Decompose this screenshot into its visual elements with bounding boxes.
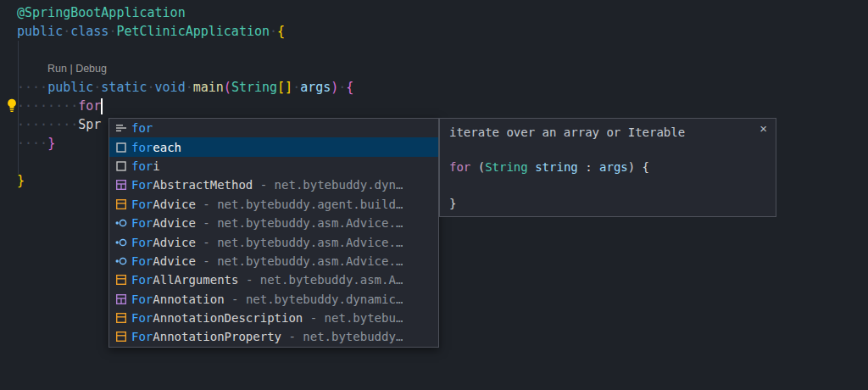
suggest-item[interactable]: ForAnnotationDescription - net.bytebu…	[109, 309, 438, 327]
code-token: for	[78, 98, 101, 114]
suggest-item[interactable]: foreach	[109, 137, 438, 156]
suggest-item[interactable]: ForAdvice - net.bytebuddy.asm.Advice.…	[109, 232, 438, 251]
code-token: void	[155, 80, 186, 95]
code-token: ·	[270, 24, 277, 39]
snippet-icon	[114, 141, 129, 154]
docs-code-close: }	[449, 197, 456, 210]
interface-icon	[114, 254, 129, 268]
suggest-item-detail: - net.bytebuddy.asm.Advice.…	[196, 254, 403, 268]
code-token: args	[599, 160, 628, 174]
code-token: }	[47, 136, 55, 151]
code-token: ····	[17, 136, 47, 151]
annotation-icon	[114, 292, 129, 306]
codelens-debug-link[interactable]: Debug	[75, 63, 107, 75]
suggest-item-label: ForAnnotation	[131, 292, 225, 306]
interface-icon	[114, 216, 129, 230]
code-token: String	[485, 160, 528, 174]
suggest-item-label: ForAnnotationProperty	[131, 330, 281, 343]
code-line-class-declaration[interactable]: public·class·PetClinicApplication·{	[17, 22, 285, 41]
suggest-item[interactable]: ForAbstractMethod - net.bytebuddy.dyn…	[109, 176, 438, 194]
suggest-item-label: foreach	[131, 141, 181, 154]
suggest-item[interactable]: ForAdvice - net.bytebuddy.asm.Advice.…	[109, 214, 438, 232]
codelens-separator: |	[67, 63, 75, 75]
code-token: :	[578, 160, 599, 174]
code-line-spring[interactable]: ········Spr	[17, 115, 101, 134]
code-token: main	[193, 80, 224, 95]
code-token: {	[277, 24, 285, 39]
suggest-widget: forforeachforiForAbstractMethod - net.by…	[108, 118, 439, 348]
code-token: }	[17, 173, 25, 188]
suggest-item-detail: - net.bytebuddy.dyn…	[253, 178, 403, 192]
code-token: ·	[186, 80, 193, 95]
codelens-run-link[interactable]: Run	[47, 63, 67, 75]
suggest-item-detail: - net.bytebuddy.agent.build…	[196, 198, 403, 211]
code-line-main-declaration[interactable]: ····public·static·void·main(String[]·arg…	[17, 78, 353, 97]
suggest-item[interactable]: for	[109, 119, 438, 137]
code-token: ·	[93, 80, 101, 95]
suggest-item-detail: - net.bytebuddy.dynamic…	[225, 292, 403, 306]
codelens: Run | Debug	[47, 61, 107, 76]
code-token: Spr	[78, 117, 101, 132]
interface-icon	[114, 236, 129, 249]
class-icon	[114, 198, 129, 211]
code-token: []	[277, 80, 292, 95]
suggest-docs-panel: iterate over an array or Iterable × for …	[439, 118, 776, 217]
code-token: string	[535, 160, 578, 174]
suggest-item-label: ForAllArguments	[131, 273, 238, 287]
code-token: ········	[17, 117, 78, 132]
code-token: }	[449, 197, 456, 210]
code-line-annotation[interactable]: @SpringBootApplication	[17, 3, 186, 22]
suggest-item-label: for	[131, 121, 153, 135]
annotation-icon	[114, 178, 129, 192]
suggest-item[interactable]: ForAnnotationProperty - net.bytebuddy…	[109, 327, 438, 346]
class-icon	[114, 273, 129, 287]
code-token: @SpringBootApplication	[17, 5, 186, 20]
code-token: ·	[292, 80, 300, 95]
code-token: static	[101, 80, 147, 95]
code-token: ·	[338, 80, 346, 95]
suggest-item[interactable]: ForAdvice - net.bytebuddy.asm.Advice.…	[109, 252, 438, 270]
class-icon	[114, 330, 129, 343]
suggest-item-label: fori	[131, 159, 160, 173]
suggest-item-detail: - net.bytebuddy.asm.Advice.…	[196, 216, 403, 230]
suggest-item-detail: - net.bytebuddy.asm.A…	[238, 273, 403, 287]
code-token: PetClinicApplication	[116, 24, 270, 39]
code-token: ········	[17, 98, 78, 114]
code-token: public	[47, 80, 93, 95]
code-token: ·	[63, 24, 70, 39]
text-cursor	[101, 98, 103, 114]
code-token: for	[449, 160, 470, 174]
code-token	[528, 160, 535, 174]
class-icon	[114, 311, 129, 325]
code-token: {	[346, 80, 353, 95]
suggest-item-label: ForAdvice	[131, 216, 196, 230]
keyword-icon	[114, 121, 129, 135]
docs-summary: iterate over an array or Iterable	[449, 125, 685, 139]
suggest-item-detail: - net.bytebuddy…	[281, 330, 403, 343]
suggest-item[interactable]: ForAllArguments - net.bytebuddy.asm.A…	[109, 270, 438, 289]
suggest-item-label: ForAnnotationDescription	[131, 311, 303, 325]
code-line-close-main[interactable]: ····}	[17, 134, 55, 153]
suggest-item[interactable]: fori	[109, 157, 438, 176]
close-icon[interactable]: ×	[760, 121, 767, 136]
lightbulb-icon[interactable]	[4, 98, 19, 113]
suggest-item-label: ForAbstractMethod	[131, 178, 253, 192]
suggest-item[interactable]: ForAnnotation - net.bytebuddy.dynamic…	[109, 290, 438, 309]
code-token: ) {	[628, 160, 649, 174]
code-token: args	[300, 80, 331, 95]
snippet-icon	[114, 159, 129, 173]
suggest-item-detail: - net.bytebuddy.asm.Advice.…	[196, 236, 403, 249]
code-token: ·	[147, 80, 155, 95]
suggest-item-label: ForAdvice	[131, 236, 196, 249]
code-editor[interactable]: @SpringBootApplication public·class·PetC…	[0, 0, 868, 390]
suggest-item-label: ForAdvice	[131, 198, 196, 211]
suggest-item-detail: - net.bytebu…	[303, 311, 403, 325]
code-token: (	[470, 160, 485, 174]
code-token: public	[17, 24, 63, 39]
code-line-for[interactable]: ········for	[17, 97, 101, 115]
code-token: )	[331, 80, 338, 95]
code-line-close-class[interactable]: }	[17, 171, 25, 190]
docs-code-line: for (String string : args) {	[449, 160, 649, 174]
suggest-item-label: ForAdvice	[131, 254, 196, 268]
suggest-item[interactable]: ForAdvice - net.bytebuddy.agent.build…	[109, 195, 438, 214]
